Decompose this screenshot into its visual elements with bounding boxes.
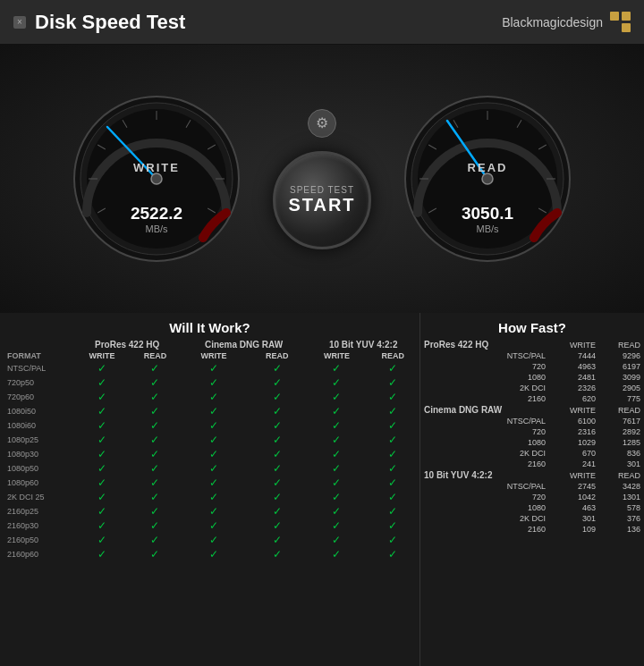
check-icon: ✓	[273, 534, 282, 546]
hf-write-value: 241	[549, 459, 599, 469]
check-icon: ✓	[209, 462, 218, 475]
check-icon: ✓	[97, 405, 106, 417]
format-cell: 1080i50	[0, 404, 74, 418]
check-cell: ✓	[247, 375, 307, 390]
check-icon: ✓	[209, 534, 218, 546]
write-label-text: WRITE	[133, 161, 180, 174]
check-icon: ✓	[388, 434, 397, 446]
format-cell: 2160p25	[0, 504, 74, 518]
hf-read-value: 836	[599, 448, 644, 459]
how-fast-panel: How Fast? ProRes 422 HQ WRITE READ NTSC/…	[420, 313, 644, 666]
format-cell: 1080p25	[0, 433, 74, 447]
hf-write-value: 1042	[549, 492, 599, 502]
check-icon: ✓	[97, 462, 106, 475]
check-icon: ✓	[97, 505, 106, 518]
hf-resolution: 2160	[420, 524, 549, 535]
check-cell: ✓	[366, 433, 419, 447]
hf-read-value: 3099	[599, 372, 644, 383]
check-cell: ✓	[247, 447, 307, 461]
hf-write-value: 1029	[549, 437, 599, 448]
write-center-dot	[151, 173, 162, 184]
check-cell: ✓	[181, 433, 248, 447]
hf-format-name: ProRes 422 HQ	[420, 339, 549, 350]
check-icon: ✓	[150, 476, 159, 489]
hf-write-value: 4963	[549, 361, 599, 372]
check-cell: ✓	[130, 504, 180, 518]
read-gauge-svg: READ 3050.1 MB/s	[398, 89, 577, 268]
check-cell: ✓	[366, 533, 419, 547]
check-icon: ✓	[209, 362, 218, 375]
hf-resolution: 2K DCI	[420, 448, 549, 459]
check-cell: ✓	[181, 476, 248, 490]
hf-read-col-header: READ	[599, 469, 644, 481]
check-cell: ✓	[74, 404, 131, 418]
check-icon: ✓	[150, 362, 159, 375]
check-icon: ✓	[97, 448, 106, 460]
hf-read-col-header: READ	[599, 339, 644, 350]
start-button[interactable]: SPEED TEST START	[273, 151, 371, 249]
check-icon: ✓	[97, 476, 106, 489]
check-cell: ✓	[366, 518, 419, 533]
hf-data-row: NTSC/PAL 7444 9296	[420, 350, 644, 361]
table-row: 2160p50✓✓✓✓✓✓	[0, 533, 419, 547]
check-cell: ✓	[307, 518, 366, 533]
check-cell: ✓	[181, 404, 248, 418]
check-cell: ✓	[181, 461, 248, 476]
hf-read-value: 3428	[599, 481, 644, 492]
check-icon: ✓	[150, 462, 159, 475]
close-button[interactable]: ×	[13, 16, 26, 29]
table-row: 720p50✓✓✓✓✓✓	[0, 375, 419, 390]
hf-data-row: 1080 2481 3099	[420, 372, 644, 383]
format-cell: 2K DCI 25	[0, 490, 74, 504]
check-cell: ✓	[130, 547, 180, 561]
check-icon: ✓	[97, 376, 106, 389]
cdng-write-header: WRITE	[181, 350, 248, 361]
hf-resolution: NTSC/PAL	[420, 416, 549, 426]
check-cell: ✓	[74, 361, 131, 375]
check-icon: ✓	[273, 434, 282, 446]
prores-header: ProRes 422 HQ	[74, 339, 181, 350]
check-icon: ✓	[97, 491, 106, 503]
read-label-text: READ	[468, 161, 508, 174]
hf-data-row: 2K DCI 670 836	[420, 448, 644, 459]
yuv-read-header: READ	[366, 350, 419, 361]
check-cell: ✓	[366, 375, 419, 390]
settings-button[interactable]: ⚙	[308, 109, 336, 138]
check-cell: ✓	[247, 504, 307, 518]
check-cell: ✓	[366, 418, 419, 433]
hf-resolution: 720	[420, 426, 549, 437]
check-icon: ✓	[97, 391, 106, 403]
check-icon: ✓	[273, 505, 282, 518]
check-cell: ✓	[130, 447, 180, 461]
hf-group-header-row: 10 Bit YUV 4:2:2 WRITE READ	[420, 469, 644, 481]
hf-write-value: 6100	[549, 416, 599, 426]
check-cell: ✓	[307, 533, 366, 547]
check-cell: ✓	[74, 476, 131, 490]
hf-group-header-row: Cinema DNG RAW WRITE READ	[420, 404, 644, 416]
check-icon: ✓	[273, 405, 282, 417]
check-icon: ✓	[150, 391, 159, 403]
hf-write-value: 2316	[549, 426, 599, 437]
check-cell: ✓	[130, 390, 180, 404]
format-cell: 1080p60	[0, 476, 74, 490]
check-cell: ✓	[307, 490, 366, 504]
read-center-dot	[482, 173, 493, 184]
check-cell: ✓	[247, 404, 307, 418]
check-cell: ✓	[130, 533, 180, 547]
hf-data-row: 1080 463 578	[420, 502, 644, 513]
check-cell: ✓	[247, 476, 307, 490]
check-cell: ✓	[247, 433, 307, 447]
hf-write-value: 301	[549, 513, 599, 524]
write-gauge: WRITE 2522.2 MB/s	[67, 89, 246, 268]
table-row: 1080p60✓✓✓✓✓✓	[0, 476, 419, 490]
check-cell: ✓	[307, 447, 366, 461]
hf-read-value: 2892	[599, 426, 644, 437]
read-value-text: 3050.1	[462, 204, 514, 223]
check-icon: ✓	[273, 376, 282, 389]
write-unit-text: MB/s	[145, 223, 168, 234]
check-cell: ✓	[307, 504, 366, 518]
hf-read-value: 578	[599, 502, 644, 513]
cdng-read-header: READ	[247, 350, 307, 361]
table-row: 1080p25✓✓✓✓✓✓	[0, 433, 419, 447]
check-icon: ✓	[388, 391, 397, 403]
